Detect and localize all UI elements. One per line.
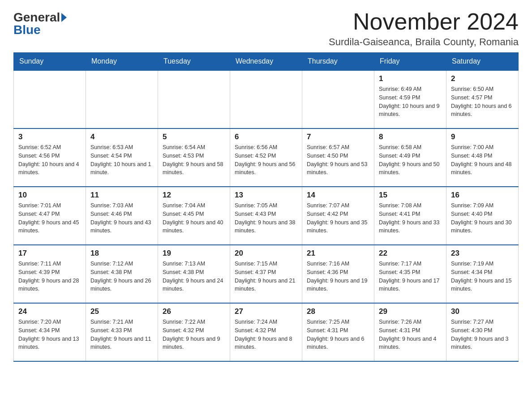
column-header-monday: Monday	[86, 53, 158, 71]
day-info: Sunrise: 7:01 AM Sunset: 4:47 PM Dayligh…	[18, 201, 81, 235]
calendar-week-row: 3Sunrise: 6:52 AM Sunset: 4:56 PM Daylig…	[14, 128, 519, 187]
day-number: 2	[451, 74, 514, 83]
day-info: Sunrise: 7:16 AM Sunset: 4:36 PM Dayligh…	[307, 260, 369, 293]
day-info: Sunrise: 6:56 AM Sunset: 4:52 PM Dayligh…	[235, 143, 297, 177]
calendar-cell	[302, 70, 374, 128]
day-info: Sunrise: 6:53 AM Sunset: 4:54 PM Dayligh…	[90, 143, 153, 177]
logo: General Blue	[13, 9, 67, 36]
day-info: Sunrise: 7:15 AM Sunset: 4:37 PM Dayligh…	[235, 260, 297, 293]
logo-general-text: General	[13, 11, 67, 24]
day-number: 12	[163, 191, 225, 200]
calendar-cell: 29Sunrise: 7:26 AM Sunset: 4:31 PM Dayli…	[374, 303, 446, 361]
day-info: Sunrise: 7:00 AM Sunset: 4:48 PM Dayligh…	[451, 143, 514, 177]
day-info: Sunrise: 7:24 AM Sunset: 4:32 PM Dayligh…	[235, 318, 297, 351]
day-info: Sunrise: 7:12 AM Sunset: 4:38 PM Dayligh…	[90, 260, 153, 293]
calendar-cell: 9Sunrise: 7:00 AM Sunset: 4:48 PM Daylig…	[446, 128, 519, 187]
calendar-cell	[158, 70, 230, 128]
day-number: 5	[163, 133, 225, 141]
month-title: November 2024	[329, 9, 519, 34]
day-info: Sunrise: 6:49 AM Sunset: 4:59 PM Dayligh…	[379, 85, 442, 119]
day-number: 27	[235, 307, 297, 316]
calendar-week-row: 10Sunrise: 7:01 AM Sunset: 4:47 PM Dayli…	[14, 187, 519, 245]
day-number: 20	[235, 249, 297, 258]
day-number: 18	[90, 249, 153, 258]
calendar-cell: 8Sunrise: 6:58 AM Sunset: 4:49 PM Daylig…	[374, 128, 446, 187]
day-info: Sunrise: 6:50 AM Sunset: 4:57 PM Dayligh…	[451, 85, 514, 119]
calendar-cell: 7Sunrise: 6:57 AM Sunset: 4:50 PM Daylig…	[302, 128, 374, 187]
day-info: Sunrise: 7:05 AM Sunset: 4:43 PM Dayligh…	[235, 201, 297, 235]
day-number: 29	[379, 307, 442, 316]
day-number: 15	[379, 191, 442, 200]
day-info: Sunrise: 7:17 AM Sunset: 4:35 PM Dayligh…	[379, 260, 442, 293]
column-header-sunday: Sunday	[14, 53, 86, 71]
day-number: 28	[307, 307, 369, 316]
day-info: Sunrise: 7:04 AM Sunset: 4:45 PM Dayligh…	[163, 201, 225, 235]
calendar-cell: 12Sunrise: 7:04 AM Sunset: 4:45 PM Dayli…	[158, 187, 230, 245]
column-header-thursday: Thursday	[302, 53, 374, 71]
day-info: Sunrise: 7:07 AM Sunset: 4:42 PM Dayligh…	[307, 201, 369, 235]
calendar-cell: 10Sunrise: 7:01 AM Sunset: 4:47 PM Dayli…	[14, 187, 86, 245]
day-number: 3	[18, 133, 81, 141]
day-number: 30	[451, 307, 514, 316]
day-info: Sunrise: 7:19 AM Sunset: 4:34 PM Dayligh…	[451, 260, 514, 293]
calendar-cell: 15Sunrise: 7:08 AM Sunset: 4:41 PM Dayli…	[374, 187, 446, 245]
day-number: 23	[451, 249, 514, 258]
calendar-week-row: 24Sunrise: 7:20 AM Sunset: 4:34 PM Dayli…	[14, 303, 519, 361]
location-title: Surdila-Gaiseanca, Braila County, Romani…	[329, 36, 519, 48]
calendar-cell: 11Sunrise: 7:03 AM Sunset: 4:46 PM Dayli…	[86, 187, 158, 245]
day-number: 25	[90, 307, 153, 316]
day-info: Sunrise: 7:11 AM Sunset: 4:39 PM Dayligh…	[18, 260, 81, 293]
calendar-cell: 4Sunrise: 6:53 AM Sunset: 4:54 PM Daylig…	[86, 128, 158, 187]
calendar-cell: 18Sunrise: 7:12 AM Sunset: 4:38 PM Dayli…	[86, 245, 158, 303]
day-info: Sunrise: 6:54 AM Sunset: 4:53 PM Dayligh…	[163, 143, 225, 177]
day-info: Sunrise: 7:27 AM Sunset: 4:30 PM Dayligh…	[451, 318, 514, 351]
calendar-cell: 23Sunrise: 7:19 AM Sunset: 4:34 PM Dayli…	[446, 245, 519, 303]
day-number: 13	[235, 191, 297, 200]
header: General Blue November 2024 Surdila-Gaise…	[13, 9, 519, 48]
day-number: 7	[307, 133, 369, 141]
calendar-cell: 28Sunrise: 7:25 AM Sunset: 4:31 PM Dayli…	[302, 303, 374, 361]
logo-blue-text: Blue	[13, 24, 41, 36]
title-area: November 2024 Surdila-Gaiseanca, Braila …	[329, 9, 519, 48]
day-info: Sunrise: 7:26 AM Sunset: 4:31 PM Dayligh…	[379, 318, 442, 351]
column-header-friday: Friday	[374, 53, 446, 71]
calendar-week-row: 17Sunrise: 7:11 AM Sunset: 4:39 PM Dayli…	[14, 245, 519, 303]
day-info: Sunrise: 7:09 AM Sunset: 4:40 PM Dayligh…	[451, 201, 514, 235]
day-info: Sunrise: 6:52 AM Sunset: 4:56 PM Dayligh…	[18, 143, 81, 177]
day-number: 24	[18, 307, 81, 316]
general-word: General	[13, 11, 60, 24]
calendar-cell: 21Sunrise: 7:16 AM Sunset: 4:36 PM Dayli…	[302, 245, 374, 303]
day-info: Sunrise: 7:21 AM Sunset: 4:33 PM Dayligh…	[90, 318, 153, 351]
calendar-cell: 13Sunrise: 7:05 AM Sunset: 4:43 PM Dayli…	[230, 187, 302, 245]
calendar-cell: 5Sunrise: 6:54 AM Sunset: 4:53 PM Daylig…	[158, 128, 230, 187]
day-number: 4	[90, 133, 153, 141]
calendar-week-row: 1Sunrise: 6:49 AM Sunset: 4:59 PM Daylig…	[14, 70, 519, 128]
calendar-cell: 20Sunrise: 7:15 AM Sunset: 4:37 PM Dayli…	[230, 245, 302, 303]
column-header-tuesday: Tuesday	[158, 53, 230, 71]
column-header-wednesday: Wednesday	[230, 53, 302, 71]
day-number: 16	[451, 191, 514, 200]
calendar-cell: 6Sunrise: 6:56 AM Sunset: 4:52 PM Daylig…	[230, 128, 302, 187]
day-info: Sunrise: 7:13 AM Sunset: 4:38 PM Dayligh…	[163, 260, 225, 293]
calendar-cell: 25Sunrise: 7:21 AM Sunset: 4:33 PM Dayli…	[86, 303, 158, 361]
day-info: Sunrise: 7:25 AM Sunset: 4:31 PM Dayligh…	[307, 318, 369, 351]
logo-arrow-icon	[61, 13, 67, 22]
day-number: 21	[307, 249, 369, 258]
day-info: Sunrise: 7:03 AM Sunset: 4:46 PM Dayligh…	[90, 201, 153, 235]
day-number: 8	[379, 133, 442, 141]
calendar-cell: 24Sunrise: 7:20 AM Sunset: 4:34 PM Dayli…	[14, 303, 86, 361]
day-number: 19	[163, 249, 225, 258]
day-number: 1	[379, 74, 442, 83]
calendar-table: SundayMondayTuesdayWednesdayThursdayFrid…	[13, 52, 519, 362]
day-info: Sunrise: 6:57 AM Sunset: 4:50 PM Dayligh…	[307, 143, 369, 177]
column-header-saturday: Saturday	[446, 53, 519, 71]
day-info: Sunrise: 7:08 AM Sunset: 4:41 PM Dayligh…	[379, 201, 442, 235]
calendar-cell	[86, 70, 158, 128]
calendar-cell: 26Sunrise: 7:22 AM Sunset: 4:32 PM Dayli…	[158, 303, 230, 361]
calendar-cell: 1Sunrise: 6:49 AM Sunset: 4:59 PM Daylig…	[374, 70, 446, 128]
calendar-header-row: SundayMondayTuesdayWednesdayThursdayFrid…	[14, 53, 519, 71]
day-number: 14	[307, 191, 369, 200]
calendar-cell: 14Sunrise: 7:07 AM Sunset: 4:42 PM Dayli…	[302, 187, 374, 245]
calendar-cell	[230, 70, 302, 128]
calendar-cell: 19Sunrise: 7:13 AM Sunset: 4:38 PM Dayli…	[158, 245, 230, 303]
